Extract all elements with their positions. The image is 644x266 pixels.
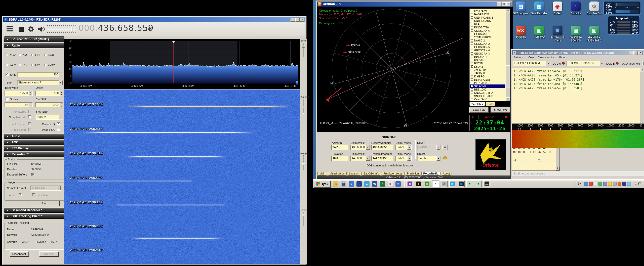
satellite-checkbox[interactable] <box>471 29 473 32</box>
satellite-checkbox[interactable] <box>471 13 473 15</box>
satellite-list-item[interactable]: RSP-03 <box>470 58 505 62</box>
taskbar-clock[interactable]: 1:37 <box>635 182 641 186</box>
minimize-button[interactable]: _ <box>291 18 295 22</box>
range-slider-thumb[interactable] <box>302 163 305 165</box>
minimize-button[interactable]: _ <box>629 51 633 55</box>
tray-icon[interactable] <box>594 182 597 186</box>
tab-main[interactable]: Main <box>317 172 327 175</box>
tray-icon[interactable] <box>608 182 612 186</box>
tab-about[interactable]: About <box>441 172 452 175</box>
agc-section-header[interactable]: ►AGC <box>4 140 64 145</box>
shift-checkbox[interactable] <box>6 73 9 76</box>
volume-slider[interactable] <box>47 25 76 33</box>
tray-icon[interactable] <box>622 182 626 186</box>
mode-radio-raw[interactable]: RAW <box>44 63 55 66</box>
satellite-checkbox[interactable] <box>471 65 473 68</box>
modem-a-dropdown-arrow[interactable]: ▼ <box>546 61 550 66</box>
desktop-icon-rxsstv[interactable]: RXRXSSTV <box>512 26 529 39</box>
task-button-soundmodem[interactable]: ≈ <box>432 181 439 187</box>
offset-slider-track[interactable] <box>303 212 304 226</box>
minimize-button[interactable]: _ <box>497 2 501 6</box>
quicklaunch-calculator-icon[interactable]: ▤ <box>341 181 346 187</box>
stop-recording-button[interactable]: Stop <box>30 201 59 206</box>
satellite-checkbox[interactable] <box>471 52 473 55</box>
desktop-icon-getkiss-soniks[interactable]: ▣GetKISS+ SONIKS <box>567 26 584 42</box>
zoom-slider-thumb[interactable] <box>302 46 305 48</box>
frequency-display[interactable]: 000.436.658.559 <box>78 23 153 33</box>
satellite-checkbox[interactable] <box>471 39 473 41</box>
bandwidth-spinner[interactable]: ▲▼ <box>29 91 32 96</box>
correct-iq-checkbox[interactable] <box>57 122 60 125</box>
dnlink-dropdown-arrow[interactable]: ▼ <box>366 145 370 150</box>
step-size-dropdown-arrow[interactable]: ▼ <box>59 115 63 119</box>
quicklaunch-panels-icon[interactable]: ≡ <box>395 181 401 187</box>
menu-settings[interactable]: Settings <box>514 56 524 59</box>
spectrum-display[interactable]: 0-10-20-30-40-50-60 436.650M436.655M436.… <box>64 39 300 89</box>
task-button-telegram[interactable]: ▷ <box>449 181 456 187</box>
satellite-checkbox[interactable] <box>471 72 473 74</box>
satellite-list-item[interactable]: REAL <box>470 22 505 26</box>
quicklaunch-firefox-icon[interactable]: ◗ <box>356 181 362 187</box>
source-section-header[interactable]: ►Source: RTL-SDR (R820T) <box>4 36 64 42</box>
desktop-icon-bias-tee-on[interactable]: ⚙Bias Tee ON <box>586 2 603 15</box>
desktop-icon-audacity[interactable]: ≈Audacity <box>567 2 584 15</box>
mode-radio-wfm[interactable]: WFM <box>6 63 16 66</box>
language-indicator[interactable]: EN <box>578 182 581 185</box>
satellite-list-item[interactable]: HADES-ICM <box>470 13 505 16</box>
radio-section-header[interactable]: ▼Radio <box>4 43 64 48</box>
desktop-icon-mmsstv[interactable]: ▣MMSSTV <box>531 26 548 39</box>
tab-sat-orbit-info[interactable]: Sat/Orbit info <box>361 172 381 175</box>
volume-slider-thumb[interactable] <box>71 27 73 31</box>
desktop-icon-sat-loggers[interactable]: ▤SAT Loggers <box>512 2 529 15</box>
satellite-list-item[interactable]: GEOSCAN-6 <box>470 29 505 32</box>
desktop-icon-sats-decoder[interactable]: ▦Sats Decoder <box>531 2 548 15</box>
task-button-app-purple[interactable]: ◆ <box>407 181 413 187</box>
quicklaunch-remote-tool-icon[interactable]: ● <box>364 181 370 187</box>
satellite-list-item[interactable]: GEOSCAN-1 <box>470 32 505 35</box>
satellite-checkbox[interactable] <box>471 56 473 58</box>
tray-icon[interactable] <box>627 182 631 186</box>
receive-doppler-field[interactable]: 436.658559 <box>371 145 393 150</box>
satellite-checkbox[interactable] <box>471 92 473 94</box>
soundmodem-titlebar[interactable]: ♪ High-Speed SoundModem by UZ7HO - Ver 0… <box>512 50 643 55</box>
satellite-checkbox[interactable] <box>471 10 473 12</box>
mode-radio-lsb[interactable]: LSB <box>31 53 41 56</box>
object-dropdown-arrow[interactable]: ▼ <box>436 156 440 161</box>
mode-radio-nfm[interactable]: NFM <box>6 53 16 56</box>
satellite-list-item[interactable]: GEOSCAN-4 <box>470 49 505 52</box>
quicklaunch-browser-icon[interactable]: ● <box>349 181 354 187</box>
modem-b-dropdown[interactable]: FSK G3RUH 9600bd <box>567 61 604 66</box>
satellite-checkbox[interactable] <box>471 82 473 84</box>
satellite-checkbox[interactable] <box>471 95 473 97</box>
dde-tracking-section-header[interactable]: ▼DDE Tracking Client * <box>4 214 64 219</box>
tray-icon[interactable] <box>603 182 607 186</box>
task-button-app-tree-1[interactable]: ♣ <box>466 181 473 187</box>
satellite-list-item[interactable]: INHA-ROSAT <box>470 78 505 81</box>
satellite-checkbox[interactable] <box>471 75 473 77</box>
menu-icon[interactable] <box>7 26 13 32</box>
zoom-slider-track[interactable] <box>303 43 304 57</box>
uplink-mode-dropdown-arrow[interactable]: ▼ <box>407 156 411 161</box>
filter-dropdown[interactable]: Blackman-Harris 7 <box>17 80 63 85</box>
satellite-list-item[interactable]: UND_ROADS-2 <box>470 19 505 22</box>
audio-section-header[interactable]: ►Audio <box>4 134 64 139</box>
satellite-list-item[interactable]: CevroSat-1 <box>470 98 505 101</box>
quicklaunch-folder-icon[interactable]: ▱ <box>333 181 338 187</box>
satellite-list-item[interactable]: NAHID-2 <box>470 39 505 42</box>
satellite-list-item[interactable]: SNUGLITE-III-B <box>470 94 505 98</box>
desktop-icon-cxget[interactable]: ◉CxGet <box>549 2 566 15</box>
close-button[interactable]: × <box>300 18 304 22</box>
modem-a-dropdown[interactable]: FSK G3RUH 9600bd <box>513 61 550 66</box>
scroll-down-arrow[interactable]: ▼ <box>556 167 559 170</box>
elevation-field[interactable]: 16.6 <box>331 156 348 161</box>
mode-radio-am[interactable]: AM <box>19 53 27 56</box>
fft-display-section-header[interactable]: ►FFT Display <box>4 146 64 151</box>
satellite-checkbox[interactable] <box>471 59 473 61</box>
load-tle-button[interactable]: Load TLE <box>469 107 489 113</box>
maximize-button[interactable]: □ <box>502 2 506 6</box>
satellite-checkbox[interactable] <box>471 98 473 100</box>
satellite-checkbox[interactable] <box>471 69 473 71</box>
clock-mode-label[interactable]: CLOCK <box>479 115 501 119</box>
task-button-app-gray[interactable]: ✕ <box>441 181 448 187</box>
satellite-list-item[interactable]: JACK-003 <box>470 71 505 75</box>
